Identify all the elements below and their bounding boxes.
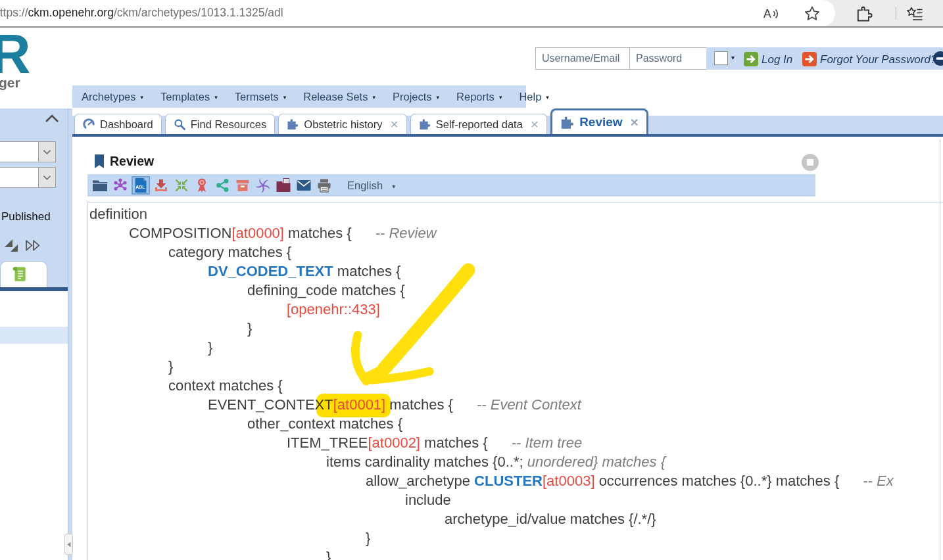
code-line: EVENT_CONTEXT[at0001] matches {-- Event … — [89, 395, 943, 414]
spiral-icon[interactable] — [255, 177, 271, 193]
sidebar-filter-select-2[interactable] — [0, 167, 56, 188]
export-folder-icon[interactable] — [276, 177, 291, 193]
close-icon[interactable]: × — [631, 118, 639, 127]
bookmark-icon — [94, 154, 105, 169]
code-segment: [openehr::433] — [287, 301, 380, 317]
prev-triangles-icon[interactable] — [4, 238, 21, 254]
chevron-down-icon[interactable]: ▾ — [392, 181, 395, 190]
collapse-icon[interactable] — [174, 177, 189, 193]
chevron-down-icon[interactable]: ▾ — [731, 54, 735, 61]
collections-icon[interactable] — [906, 5, 923, 22]
url-text[interactable]: https://ckm.openehr.org/ckm/archetypes/1… — [0, 6, 283, 20]
chevron-down-icon: ▾ — [437, 93, 440, 101]
adl-document-icon[interactable]: ADL — [133, 177, 149, 193]
tab-review[interactable]: Review× — [550, 108, 648, 134]
code-segment: unordered} matches { — [527, 454, 665, 470]
url-scheme: https:// — [0, 6, 28, 19]
chevron-down-icon: ▾ — [141, 93, 144, 101]
browser-address-bar: https://ckm.openehr.org/ckm/archetypes/1… — [0, 0, 943, 28]
code-line: category matches { — [89, 243, 943, 262]
tab-obstetric-history[interactable]: Obstetric history× — [278, 114, 406, 134]
code-line: archetype_id/value matches {/.*/} — [89, 509, 943, 528]
archetype-icon — [560, 116, 574, 129]
language-selector[interactable]: English — [347, 179, 383, 192]
code-segment: [at0000] — [231, 225, 284, 241]
tab-label: Self-reported data — [436, 118, 523, 131]
favorite-star-icon[interactable] — [804, 5, 821, 22]
close-icon[interactable]: × — [531, 120, 539, 129]
collapse-up-icon[interactable] — [45, 114, 59, 123]
code-line: [openehr::433] — [89, 300, 943, 319]
login-arrow-icon[interactable] — [744, 52, 758, 66]
code-segment: matches { — [385, 396, 453, 413]
chevron-down-icon: ▾ — [546, 93, 549, 101]
code-segment: -- Event Context — [477, 396, 581, 413]
svg-text:A: A — [763, 8, 771, 21]
mindmap-icon[interactable] — [112, 177, 128, 193]
read-aloud-icon[interactable]: A — [763, 5, 780, 22]
forgot-password-arrow-icon[interactable] — [802, 52, 817, 66]
sidebar: Published — [0, 108, 72, 560]
help-circle-icon[interactable] — [932, 51, 943, 66]
code-line: } — [89, 357, 943, 376]
username-field[interactable] — [535, 47, 630, 70]
share-icon[interactable] — [214, 177, 230, 193]
url-host: ckm.openehr.org — [28, 6, 114, 19]
published-status-label: Published — [1, 210, 51, 223]
code-segment: } — [326, 549, 331, 560]
menu-item-label: Termsets — [235, 91, 279, 103]
menu-item-termsets[interactable]: Termsets▾ — [235, 91, 286, 103]
code-segment: context matches { — [168, 377, 283, 394]
menu-item-help[interactable]: Help▾ — [519, 91, 548, 103]
highlighted-at-code: [at0001] — [316, 394, 391, 417]
chevron-down-icon[interactable] — [38, 142, 55, 162]
menu-item-reports[interactable]: Reports▾ — [456, 91, 502, 103]
code-segment: } — [247, 320, 252, 337]
resource-list-tab[interactable] — [0, 261, 47, 288]
menu-item-release-sets[interactable]: Release Sets▾ — [303, 91, 375, 103]
menu-bar: Archetypes▾Templates▾Termsets▾Release Se… — [72, 85, 526, 108]
print-icon[interactable] — [316, 177, 332, 193]
menu-item-label: Projects — [393, 91, 432, 103]
tab-label: Obstetric history — [304, 118, 382, 131]
menu-item-archetypes[interactable]: Archetypes▾ — [82, 91, 143, 103]
tab-self-reported-data[interactable]: Self-reported data× — [410, 114, 547, 134]
password-field[interactable] — [629, 47, 707, 70]
folder-icon[interactable] — [92, 177, 108, 193]
menu-item-templates[interactable]: Templates▾ — [160, 91, 218, 103]
scrollbar-left-arrow[interactable] — [64, 534, 73, 555]
chevron-down-icon: ▾ — [499, 93, 502, 101]
close-icon[interactable]: × — [391, 120, 399, 129]
code-line: items cardinality matches {0..*; unorder… — [89, 452, 943, 471]
remember-me-checkbox[interactable] — [714, 51, 728, 65]
menu-item-label: Help — [519, 91, 541, 103]
login-link[interactable]: Log In — [762, 53, 792, 66]
forgot-password-link[interactable]: Forgot Your Password? — [820, 53, 936, 66]
next-triangles-icon[interactable] — [25, 239, 41, 252]
extensions-icon[interactable] — [856, 5, 873, 22]
sidebar-edge — [68, 108, 68, 560]
chevron-down-icon: ▾ — [372, 93, 375, 101]
code-line: ITEM_TREE[at0002] matches {-- Item tree — [89, 433, 943, 452]
download-icon[interactable] — [153, 177, 169, 193]
code-segment: [at0003] — [543, 473, 595, 489]
email-icon[interactable] — [296, 177, 312, 193]
menu-item-label: Release Sets — [303, 91, 368, 103]
tab-find-resources[interactable]: Find Resources — [165, 114, 276, 134]
code-line: COMPOSITION[at0000] matches {-- Review — [89, 223, 943, 243]
menu-item-projects[interactable]: Projects▾ — [393, 91, 439, 103]
ribbon-icon[interactable] — [194, 177, 210, 193]
code-segment: include — [405, 492, 451, 508]
address-pill[interactable]: https://ckm.openehr.org/ckm/archetypes/1… — [0, 0, 835, 26]
code-segment: defining_code matches { — [247, 282, 405, 298]
archetype-icon — [287, 118, 299, 130]
sidebar-selected-row[interactable] — [0, 327, 68, 344]
chevron-down-icon[interactable] — [38, 168, 55, 187]
tab-dashboard[interactable]: Dashboard — [74, 114, 162, 134]
menu-item-label: Templates — [160, 91, 210, 103]
archive-icon[interactable] — [235, 177, 251, 193]
code-segment: archetype_id/value matches {/.*/} — [445, 511, 656, 527]
menu-item-label: Archetypes — [82, 91, 136, 103]
sidebar-filter-select-1[interactable] — [0, 141, 56, 162]
code-line: allow_archetype CLUSTER[at0003] occurren… — [89, 471, 943, 490]
